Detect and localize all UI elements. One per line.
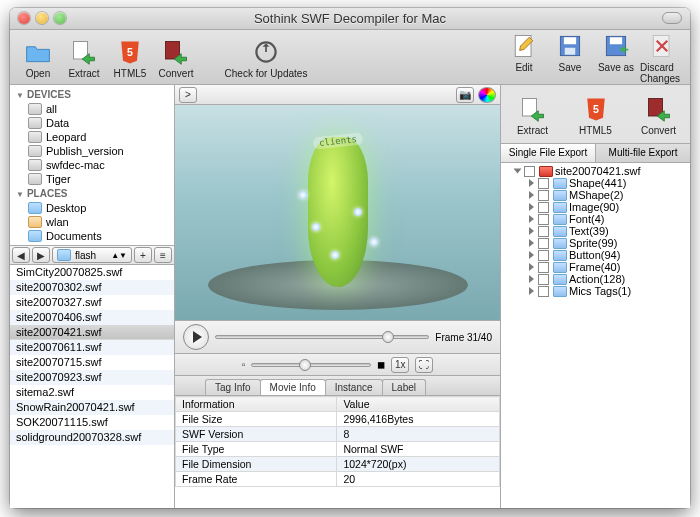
check-for-updates-button[interactable]: Check for Updates: [216, 36, 316, 79]
disclosure-icon[interactable]: [529, 275, 534, 283]
checkbox[interactable]: [538, 238, 549, 249]
checkbox[interactable]: [538, 190, 549, 201]
tree-node[interactable]: Image(90): [501, 201, 690, 213]
file-row[interactable]: SnowRain20070421.swf: [10, 400, 174, 415]
camera-icon[interactable]: 📷: [456, 87, 474, 103]
source-list[interactable]: DEVICES allDataLeopardPublish_versionswf…: [10, 85, 174, 245]
info-tab[interactable]: Label: [382, 379, 426, 395]
file-row[interactable]: site20070611.swf: [10, 340, 174, 355]
tree-node[interactable]: Action(128): [501, 273, 690, 285]
place-item[interactable]: wlan: [10, 215, 174, 229]
info-table[interactable]: Information Value File Size2996,416Bytes…: [175, 396, 500, 508]
info-col-1[interactable]: Value: [337, 397, 500, 412]
info-row[interactable]: File TypeNormal SWF: [176, 442, 500, 457]
file-list[interactable]: SimCity20070825.swfsite20070302.swfsite2…: [10, 265, 174, 508]
zoom-out-icon[interactable]: ▫: [242, 359, 246, 370]
device-item[interactable]: Data: [10, 116, 174, 130]
device-item[interactable]: all: [10, 102, 174, 116]
checkbox[interactable]: [538, 286, 549, 297]
color-settings-icon[interactable]: [478, 87, 496, 103]
tree-node[interactable]: Frame(40): [501, 261, 690, 273]
disclosure-icon[interactable]: [529, 215, 534, 223]
minimize-icon[interactable]: [36, 12, 48, 24]
info-tab[interactable]: Movie Info: [260, 379, 326, 395]
file-row[interactable]: site20070327.swf: [10, 295, 174, 310]
titlebar[interactable]: Sothink SWF Decompiler for Mac: [10, 8, 690, 30]
preview-stage[interactable]: clients: [175, 105, 500, 320]
zoom-icon[interactable]: [54, 12, 66, 24]
info-row[interactable]: File Size2996,416Bytes: [176, 412, 500, 427]
checkbox[interactable]: [538, 178, 549, 189]
disclosure-icon[interactable]: [529, 191, 534, 199]
html5-button[interactable]: 5HTML5: [108, 36, 152, 79]
file-row[interactable]: SOK20071115.swf: [10, 415, 174, 430]
convert-button[interactable]: Convert: [154, 36, 198, 79]
info-row[interactable]: SWF Version8: [176, 427, 500, 442]
device-item[interactable]: Tiger: [10, 172, 174, 186]
zoom-reset-button[interactable]: 1x: [391, 357, 409, 373]
tree-node[interactable]: Text(39): [501, 225, 690, 237]
disclosure-icon[interactable]: [529, 263, 534, 271]
tree-node[interactable]: Shape(441): [501, 177, 690, 189]
disclosure-icon[interactable]: [529, 203, 534, 211]
place-item[interactable]: Documents: [10, 229, 174, 243]
checkbox[interactable]: [538, 274, 549, 285]
info-tab[interactable]: Tag Info: [205, 379, 261, 395]
timeline-slider[interactable]: [215, 335, 429, 339]
file-row[interactable]: site20070421.swf: [10, 325, 174, 340]
device-item[interactable]: swfdec-mac: [10, 158, 174, 172]
file-row[interactable]: sitema2.swf: [10, 385, 174, 400]
checkbox[interactable]: [538, 262, 549, 273]
tree-node[interactable]: MShape(2): [501, 189, 690, 201]
device-item[interactable]: Publish_version: [10, 144, 174, 158]
tree-node[interactable]: Mics Tags(1): [501, 285, 690, 297]
toolbar-toggle-icon[interactable]: [662, 12, 682, 24]
file-row[interactable]: site20070923.swf: [10, 370, 174, 385]
convert-button[interactable]: Convert: [637, 93, 681, 136]
tab-multi-export[interactable]: Multi-file Export: [596, 144, 690, 162]
zoom-slider[interactable]: [251, 363, 371, 367]
file-row[interactable]: site20070406.swf: [10, 310, 174, 325]
checkbox[interactable]: [538, 226, 549, 237]
open-button[interactable]: Open: [16, 36, 60, 79]
forward-button[interactable]: ▶: [32, 247, 50, 263]
tab-single-export[interactable]: Single File Export: [501, 144, 596, 162]
info-row[interactable]: Frame Rate20: [176, 472, 500, 487]
discard-changes-button[interactable]: Discard Changes: [640, 30, 684, 84]
device-item[interactable]: Leopard: [10, 130, 174, 144]
save-as-button[interactable]: Save as: [594, 30, 638, 84]
play-button[interactable]: [183, 324, 209, 350]
file-row[interactable]: site20070715.swf: [10, 355, 174, 370]
disclosure-icon[interactable]: [514, 169, 522, 174]
checkbox[interactable]: [538, 250, 549, 261]
devices-header[interactable]: DEVICES: [10, 87, 174, 102]
checkbox[interactable]: [538, 202, 549, 213]
disclosure-icon[interactable]: [529, 239, 534, 247]
path-select[interactable]: flash ▲▼: [52, 247, 132, 263]
tree-node[interactable]: Font(4): [501, 213, 690, 225]
file-row[interactable]: site20070302.swf: [10, 280, 174, 295]
zoom-in-icon[interactable]: ◼: [377, 359, 385, 370]
tree-node[interactable]: Sprite(99): [501, 237, 690, 249]
add-path-button[interactable]: +: [134, 247, 152, 263]
extract-button[interactable]: Extract: [511, 93, 555, 136]
file-row[interactable]: solidground20070328.swf: [10, 430, 174, 445]
disclosure-icon[interactable]: [529, 227, 534, 235]
save-button[interactable]: Save: [548, 30, 592, 84]
tree-node[interactable]: Button(94): [501, 249, 690, 261]
tree-root[interactable]: site20070421.swf: [501, 165, 690, 177]
disclosure-icon[interactable]: [529, 251, 534, 259]
preview-next-button[interactable]: >: [179, 87, 197, 103]
file-row[interactable]: SimCity20070825.swf: [10, 265, 174, 280]
place-item[interactable]: Desktop: [10, 201, 174, 215]
fullscreen-icon[interactable]: ⛶: [415, 357, 433, 373]
disclosure-icon[interactable]: [529, 179, 534, 187]
checkbox[interactable]: [524, 166, 535, 177]
checkbox[interactable]: [538, 214, 549, 225]
info-col-0[interactable]: Information: [176, 397, 337, 412]
resource-tree[interactable]: site20070421.swf Shape(441)MShape(2)Imag…: [501, 163, 690, 508]
list-mode-button[interactable]: ≡: [154, 247, 172, 263]
html5-button[interactable]: 5HTML5: [574, 93, 618, 136]
info-tab[interactable]: Instance: [325, 379, 383, 395]
edit-button[interactable]: Edit: [502, 30, 546, 84]
